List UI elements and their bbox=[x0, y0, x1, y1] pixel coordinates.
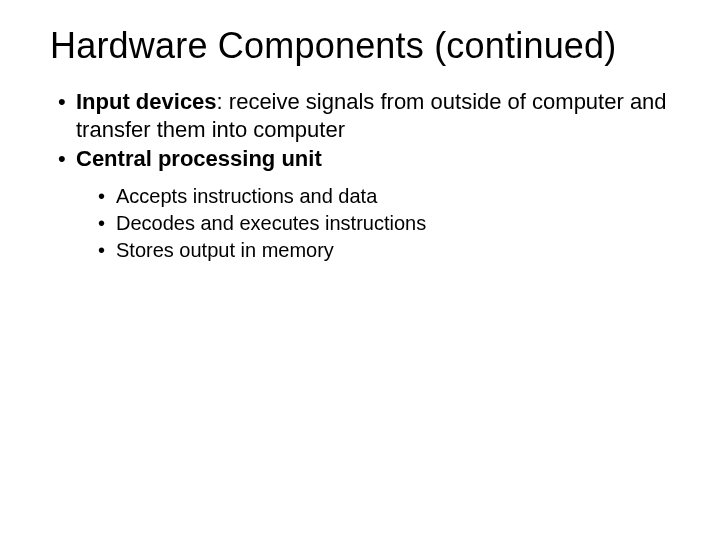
bullet-bold-term: Input devices bbox=[76, 89, 217, 114]
sub-bullet-item: Decodes and executes instructions bbox=[98, 210, 670, 236]
slide-title: Hardware Components (continued) bbox=[50, 25, 670, 66]
sub-bullet-item: Stores output in memory bbox=[98, 237, 670, 263]
bullet-bold-term: Central processing unit bbox=[76, 146, 322, 171]
sub-bullet-list: Accepts instructions and data Decodes an… bbox=[50, 183, 670, 263]
bullet-item: Central processing unit bbox=[58, 145, 670, 173]
main-bullet-list: Input devices: receive signals from outs… bbox=[50, 88, 670, 173]
sub-bullet-item: Accepts instructions and data bbox=[98, 183, 670, 209]
bullet-item: Input devices: receive signals from outs… bbox=[58, 88, 670, 143]
